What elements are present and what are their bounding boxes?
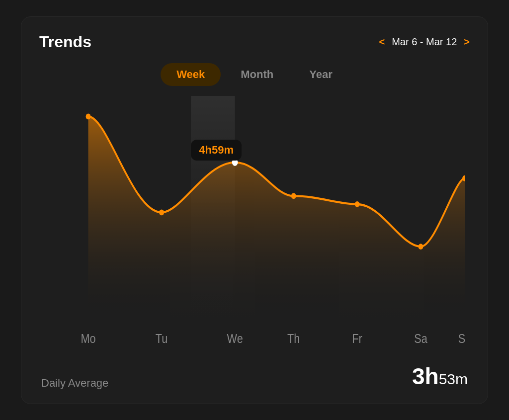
chart-container: Mo Tu We Th Fr Sa Su 4h59m: [44, 96, 465, 355]
page-title: Trends: [39, 33, 91, 51]
point-sa: [419, 244, 424, 250]
day-label-sa: Sa: [414, 331, 427, 345]
point-we: [232, 159, 238, 166]
day-label-we: We: [227, 331, 243, 345]
daily-value-minutes: 53m: [439, 371, 468, 387]
daily-average-label: Daily Average: [41, 377, 108, 390]
day-label-fr: Fr: [352, 331, 362, 345]
point-th: [291, 193, 296, 199]
daily-value-hours: 3h: [412, 363, 439, 389]
day-label-mo: Mo: [81, 331, 96, 345]
date-navigation: < Mar 6 - Mar 12 >: [379, 36, 470, 48]
tab-week[interactable]: Week: [161, 63, 221, 86]
tab-year[interactable]: Year: [293, 63, 348, 86]
tab-month[interactable]: Month: [225, 63, 289, 86]
prev-arrow[interactable]: <: [379, 36, 385, 48]
point-mo: [86, 113, 91, 119]
footer: Daily Average 3h53m: [39, 363, 470, 390]
next-arrow[interactable]: >: [464, 36, 470, 48]
date-range-label: Mar 6 - Mar 12: [392, 36, 457, 48]
day-label-su: Su: [458, 331, 465, 345]
day-label-tu: Tu: [156, 331, 168, 345]
trends-card: Trends < Mar 6 - Mar 12 > Week Month Yea…: [21, 16, 488, 404]
point-fr: [355, 201, 360, 207]
point-tu: [159, 209, 164, 215]
trend-chart: Mo Tu We Th Fr Sa Su: [44, 96, 465, 355]
period-tabs: Week Month Year: [39, 63, 470, 86]
day-label-th: Th: [287, 331, 300, 345]
card-header: Trends < Mar 6 - Mar 12 >: [39, 33, 470, 51]
daily-average-value: 3h53m: [412, 363, 468, 390]
